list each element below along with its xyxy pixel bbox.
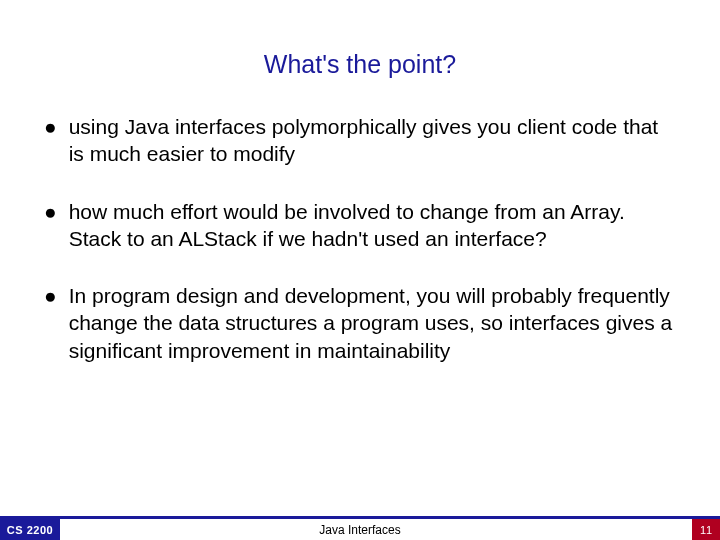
bullet-item: ● In program design and development, you… — [44, 282, 676, 364]
footer-page-number: 11 — [692, 519, 720, 540]
bullet-item: ● how much effort would be involved to c… — [44, 198, 676, 253]
slide-content: ● using Java interfaces polymorphically … — [0, 113, 720, 364]
bullet-text: how much effort would be involved to cha… — [69, 198, 676, 253]
bullet-item: ● using Java interfaces polymorphically … — [44, 113, 676, 168]
slide: What's the point? ● using Java interface… — [0, 0, 720, 540]
slide-title: What's the point? — [0, 0, 720, 113]
bullet-dot-icon: ● — [44, 282, 57, 364]
bullet-text: using Java interfaces polymorphically gi… — [69, 113, 676, 168]
bullet-dot-icon: ● — [44, 113, 57, 168]
bullet-text: In program design and development, you w… — [69, 282, 676, 364]
footer-topic: Java Interfaces — [0, 519, 720, 540]
slide-footer: CS 2200 Java Interfaces 11 — [0, 516, 720, 540]
bullet-dot-icon: ● — [44, 198, 57, 253]
